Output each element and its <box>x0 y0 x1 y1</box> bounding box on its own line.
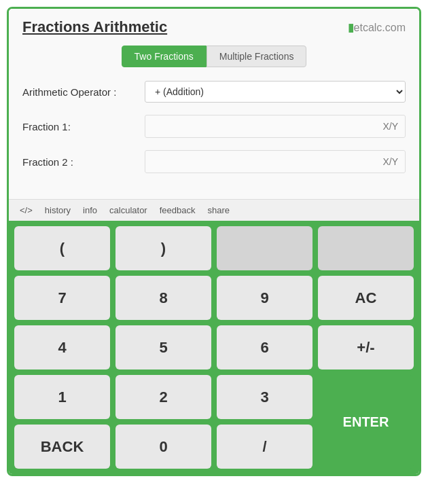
fraction2-row: Fraction 2 : <box>22 150 406 173</box>
key-close-paren[interactable]: ) <box>115 226 211 270</box>
toolbar: </> history info calculator feedback sha… <box>9 199 419 221</box>
key-9[interactable]: 9 <box>217 276 313 320</box>
keypad-grid: ( ) 7 8 9 AC 4 5 6 +/- 1 2 3 ENTER BACK … <box>14 226 414 469</box>
toolbar-info[interactable]: info <box>83 205 97 215</box>
key-7[interactable]: 7 <box>14 276 110 320</box>
operator-select[interactable]: + (Addition) - (Subtraction) × (Multipli… <box>145 81 406 103</box>
key-1[interactable]: 1 <box>14 375 110 419</box>
fraction2-input[interactable] <box>145 150 406 173</box>
key-empty-1 <box>217 226 313 270</box>
key-5[interactable]: 5 <box>115 325 211 370</box>
key-6[interactable]: 6 <box>217 325 313 370</box>
key-open-paren[interactable]: ( <box>14 226 110 270</box>
fraction1-row: Fraction 1: <box>22 115 406 138</box>
toolbar-share[interactable]: share <box>207 205 230 215</box>
fraction1-label: Fraction 1: <box>22 121 145 132</box>
tab-two-fractions[interactable]: Two Fractions <box>122 46 207 67</box>
key-ac[interactable]: AC <box>318 276 414 320</box>
key-slash[interactable]: / <box>217 425 313 469</box>
brand-text: etcalc.com <box>354 22 406 33</box>
key-back[interactable]: BACK <box>14 425 110 469</box>
key-0[interactable]: 0 <box>115 425 211 469</box>
page-title: Fractions Arithmetic <box>22 18 167 36</box>
key-8[interactable]: 8 <box>115 276 211 320</box>
key-3[interactable]: 3 <box>217 375 313 419</box>
key-plus-minus[interactable]: +/- <box>318 325 414 370</box>
key-4[interactable]: 4 <box>14 325 110 370</box>
fraction1-input[interactable] <box>145 115 406 138</box>
key-2[interactable]: 2 <box>115 375 211 419</box>
fraction2-label: Fraction 2 : <box>22 156 145 168</box>
brand-logo: ▮etcalc.com <box>348 21 406 34</box>
tab-multiple-fractions[interactable]: Multiple Fractions <box>207 46 307 67</box>
toolbar-history[interactable]: history <box>45 205 71 215</box>
tabs-container: Two Fractions Multiple Fractions <box>22 46 406 67</box>
brand-icon: ▮ <box>348 22 354 33</box>
key-empty-2 <box>318 226 414 270</box>
operator-row: Arithmetic Operator : + (Addition) - (Su… <box>22 81 406 103</box>
toolbar-feedback[interactable]: feedback <box>160 205 196 215</box>
key-enter[interactable]: ENTER <box>318 375 414 469</box>
operator-label: Arithmetic Operator : <box>22 86 145 98</box>
toolbar-code[interactable]: </> <box>20 205 33 215</box>
toolbar-calculator[interactable]: calculator <box>109 205 147 215</box>
keypad-section: ( ) 7 8 9 AC 4 5 6 +/- 1 2 3 ENTER BACK … <box>9 221 419 474</box>
